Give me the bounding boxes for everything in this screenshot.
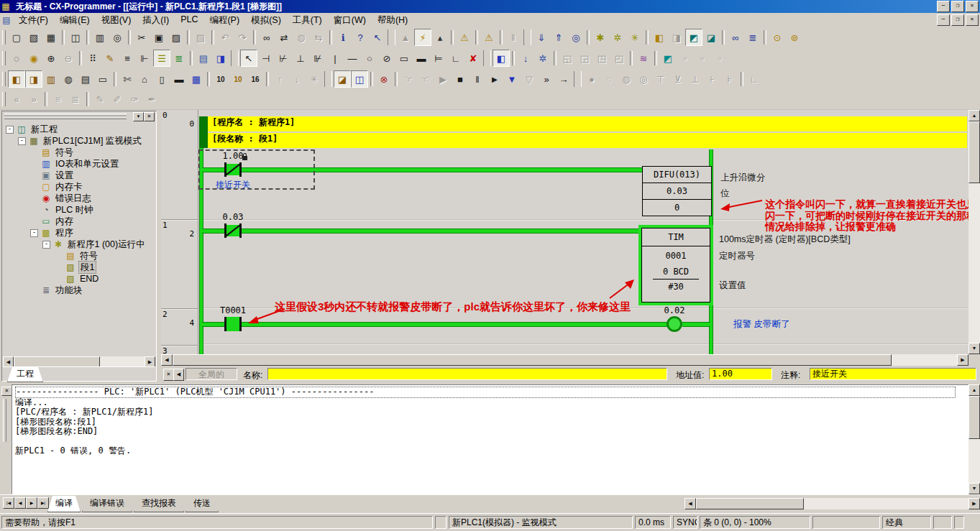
scroll-left-icon[interactable]: ◀ <box>161 354 173 366</box>
rung-3-margin[interactable]: 3 <box>161 346 198 354</box>
compile-output[interactable]: ---------------- PLC: '新PLC1' (PLC机型 'CJ… <box>12 384 968 494</box>
contact-0-03[interactable] <box>224 223 242 238</box>
output-tab-compile[interactable]: 编译 <box>47 496 81 512</box>
window-restore-button[interactable]: ❐ <box>951 1 964 12</box>
work-online-simulator-button[interactable]: ⚡ <box>414 29 431 46</box>
window-close-button[interactable]: ✕ <box>966 1 979 12</box>
pv-window-button[interactable]: ◧ <box>493 50 510 67</box>
tab-next-button[interactable]: ▶ <box>26 497 37 509</box>
local-symbols-button[interactable]: ▤ <box>77 70 94 88</box>
coil-0-02[interactable] <box>667 316 682 332</box>
monitor-decimal-button[interactable]: 10 <box>212 70 229 88</box>
tree-item-function-blocks[interactable]: ≣功能块 <box>3 285 155 296</box>
set-protection-button[interactable]: ⊙ <box>769 29 786 46</box>
print-button[interactable]: ▥ <box>91 29 109 46</box>
workspace-pin-button[interactable]: ▾ <box>133 112 144 121</box>
menu-item-file[interactable]: 文件(F) <box>13 13 54 28</box>
rung-shortcut-button[interactable]: ☰ <box>153 50 170 67</box>
cut-button[interactable]: ✂ <box>133 29 150 46</box>
contact-t0001[interactable] <box>224 317 242 331</box>
menu-item-simulation[interactable]: 模拟(S) <box>245 13 287 28</box>
menu-item-plc[interactable]: PLC <box>175 13 203 28</box>
output-tab-compile-error[interactable]: 编译错误 <box>82 496 132 512</box>
tree-item-symbols[interactable]: ▤符号 <box>3 147 155 158</box>
comment-field[interactable]: 接近开关 <box>810 368 976 380</box>
sim-scan-run-button[interactable]: → <box>555 70 572 88</box>
tree-expander-programs[interactable]: - <box>30 229 38 237</box>
watch-window-button[interactable]: ▥ <box>42 70 60 88</box>
new-file-button[interactable]: ▢ <box>8 29 25 46</box>
sim-pause-button[interactable]: ‖ <box>469 70 486 88</box>
monitor-signed-decimal-button[interactable]: 10 <box>229 70 247 88</box>
scroll-right-icon[interactable]: ▶ <box>968 498 980 509</box>
ladder-hscrollbar[interactable]: ◀ ▶ <box>161 354 968 366</box>
horizontal-connect-button[interactable]: — <box>344 50 361 67</box>
scroll-left-icon[interactable]: ◀ <box>3 356 14 367</box>
stop-monitoring-button[interactable]: ⊗ <box>375 70 393 88</box>
io-comment-view-button[interactable]: ▯ <box>153 70 170 88</box>
workspace-header[interactable]: ▾ ✕ <box>2 111 156 121</box>
rung-annotation-list-button[interactable]: ▬ <box>170 70 188 88</box>
delete-tool-button[interactable]: ✘ <box>464 50 482 67</box>
name-field[interactable] <box>267 368 667 380</box>
upload-from-plc-button[interactable]: ⇑ <box>550 29 567 46</box>
monitor-view-1-button[interactable]: ◧ <box>651 29 668 46</box>
ladder-vscrollbar[interactable]: ▲ ▼ <box>968 110 980 354</box>
window-minimize-button[interactable]: — <box>937 1 950 12</box>
output-tab-find-report[interactable]: 查找报表 <box>134 496 184 512</box>
tree-item-plc-clock[interactable]: ◔PLC 时钟 <box>3 204 155 216</box>
tree-item-memory-card[interactable]: ▢内存卡 <box>3 181 155 193</box>
download-to-plc-button[interactable]: ⇓ <box>533 29 550 46</box>
tab-first-button[interactable]: |◀ <box>3 497 14 509</box>
save-button[interactable]: ▦ <box>42 29 60 46</box>
tree-item-io-table[interactable]: ▥IO表和单元设置 <box>3 158 155 170</box>
ladder-editor[interactable]: 0012243 [程序名 : 新程序1] [段名称 : 段1] 1.00 接近开… <box>161 110 968 354</box>
compare-with-plc-button[interactable]: ◎ <box>567 29 585 46</box>
menu-item-view[interactable]: 视图(V) <box>96 13 137 28</box>
release-protection-button[interactable]: ⊚ <box>786 29 803 46</box>
mnemonic-view-button[interactable]: ▤ <box>195 50 212 67</box>
workspace-grip2[interactable] <box>4 116 127 119</box>
symbol-bar-close-button[interactable]: ✕ <box>163 369 174 381</box>
menu-item-edit[interactable]: 编辑(E) <box>54 13 96 28</box>
function-edit-button[interactable]: ⊨ <box>430 50 447 67</box>
symbol-browser-button[interactable]: ≣ <box>170 50 188 67</box>
about-button[interactable]: ℹ <box>334 29 352 46</box>
tree-item-new-plc1[interactable]: -▦新PLC1[CJ1M] 监视模式 <box>3 135 155 147</box>
find-button[interactable]: ∞ <box>258 29 275 46</box>
tree-item-memory[interactable]: ▭内存 <box>3 216 155 227</box>
tree-item-new-program1[interactable]: -✱新程序1 (00)运行中 <box>3 239 155 250</box>
print-settings-button[interactable]: ◫ <box>67 29 84 46</box>
scroll-right-icon[interactable]: ▶ <box>145 356 155 367</box>
monitor-hex-button[interactable]: 16 <box>247 70 264 88</box>
address-field[interactable]: 1.00 <box>709 368 772 380</box>
scrollbar-thumb[interactable] <box>173 354 892 366</box>
coil-nc-tool-button[interactable]: ⊘ <box>378 50 395 67</box>
tab-prev-button[interactable]: ◀ <box>14 497 26 509</box>
simulator-search-button[interactable]: ▴ <box>431 29 449 46</box>
contact-or-no-button[interactable]: ⊥ <box>292 50 309 67</box>
workspace-close-button[interactable]: ✕ <box>144 112 155 121</box>
toggle-output-window-button[interactable]: ◨ <box>25 70 42 88</box>
contact-nc-button[interactable]: ⊬ <box>275 50 292 67</box>
transfer-warning-button[interactable]: ⚠ <box>480 29 498 46</box>
workspace-tab-project[interactable]: 工程 <box>7 367 43 382</box>
instruction-tool-button[interactable]: ▭ <box>395 50 413 67</box>
sim-stop-button[interactable]: ■ <box>452 70 469 88</box>
tree-item-programs[interactable]: -▩程序 <box>3 227 155 239</box>
sim-step-run-button[interactable]: ► <box>486 70 503 88</box>
monitor-view-4-button[interactable]: ◪ <box>702 29 720 46</box>
transfer-settings-button[interactable]: ✲ <box>609 29 626 46</box>
inverted-instruction-tool-button[interactable]: ▬ <box>413 50 430 67</box>
toggle-project-workspace-button[interactable]: ◧ <box>8 70 25 88</box>
sim-step-in-button[interactable]: ▼ <box>503 70 521 88</box>
mdi-restore-button[interactable]: ❐ <box>951 14 964 26</box>
sim-continuous-step-button[interactable]: » <box>538 70 555 88</box>
backup-warning-button[interactable]: ⚠ <box>456 29 473 46</box>
copy-button[interactable]: ▣ <box>150 29 168 46</box>
contact-no-button[interactable]: ⊣ <box>257 50 275 67</box>
output-vscrollbar[interactable]: ▲ ▼ <box>968 384 980 494</box>
help-topics-button[interactable]: ? <box>352 29 369 46</box>
menu-item-program[interactable]: 编程(P) <box>203 13 245 28</box>
properties-window-button[interactable]: ▭ <box>94 70 111 88</box>
